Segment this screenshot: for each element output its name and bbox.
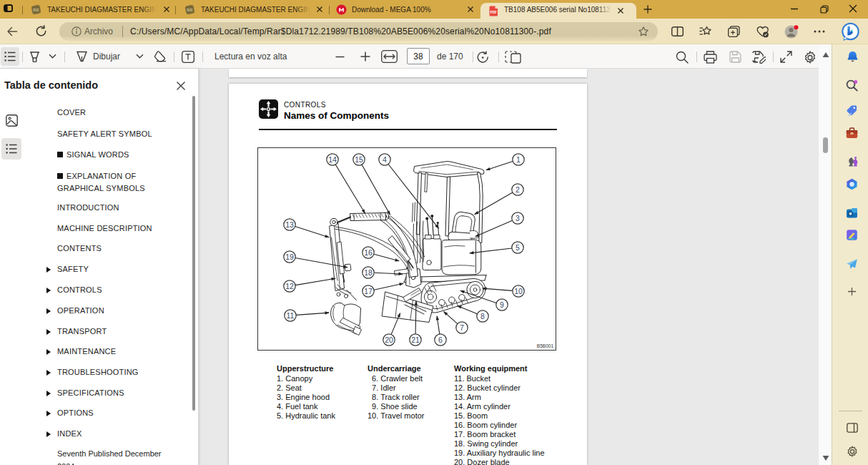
svg-text:PDF: PDF — [490, 11, 497, 14]
svg-text:15: 15 — [355, 155, 363, 164]
svg-text:16: 16 — [364, 248, 373, 257]
svg-text:17: 17 — [364, 287, 373, 295]
svg-text:21: 21 — [411, 336, 420, 344]
svg-text:13: 13 — [285, 220, 294, 229]
svg-text:7: 7 — [460, 323, 464, 332]
svg-text:4: 4 — [383, 155, 387, 164]
svg-text:RE: RE — [187, 8, 192, 12]
svg-text:RE: RE — [33, 8, 39, 12]
svg-text:2: 2 — [516, 185, 520, 194]
svg-text:6: 6 — [438, 336, 443, 344]
svg-text:5: 5 — [516, 243, 520, 252]
svg-text:B5B001: B5B001 — [537, 343, 554, 348]
svg-text:10: 10 — [514, 287, 523, 295]
svg-text:8: 8 — [480, 312, 485, 320]
svg-text:14: 14 — [328, 155, 337, 164]
svg-text:20: 20 — [385, 336, 393, 344]
svg-text:19: 19 — [285, 253, 294, 261]
svg-text:1: 1 — [516, 155, 521, 164]
svg-text:9: 9 — [500, 300, 504, 309]
svg-text:11: 11 — [287, 311, 295, 320]
svg-text:3: 3 — [516, 214, 520, 222]
svg-text:12: 12 — [285, 282, 294, 290]
svg-text:18: 18 — [364, 268, 373, 277]
